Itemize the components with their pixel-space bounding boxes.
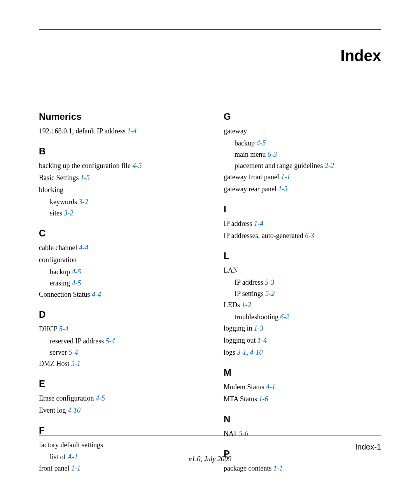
page-ref-link[interactable]: 5-1 — [71, 360, 80, 368]
page-ref-link[interactable]: 1-6 — [259, 395, 268, 403]
section-heading: I — [224, 204, 381, 215]
page-ref-link[interactable]: 5-6 — [239, 430, 248, 438]
page-ref-link[interactable]: 3-2 — [79, 198, 88, 206]
page-ref-link[interactable]: 4-5 — [72, 268, 81, 276]
entry-text: LAN — [224, 266, 238, 274]
page-ref-link[interactable]: 1-1 — [71, 464, 80, 472]
sub-entry-text: troubleshooting — [234, 313, 278, 321]
page-ref-link[interactable]: 1-5 — [80, 174, 90, 182]
page-ref-link[interactable]: 5-3 — [265, 278, 274, 286]
index-entry: configuration — [39, 255, 196, 265]
index-sub-entry: main menu 6-3 — [234, 149, 381, 160]
page-ref-link[interactable]: 4-5 — [256, 139, 266, 147]
index-sub-entry: keywords 3-2 — [50, 197, 196, 207]
page-ref-link[interactable]: 2-2 — [325, 162, 334, 170]
footer-version: v1.0, July 2009 — [0, 455, 420, 463]
index-entry: logging out 1-4 — [224, 335, 381, 346]
index-sub-entry: sites 3-2 — [50, 208, 196, 219]
entry-text: MTA Status — [224, 395, 257, 403]
entry-text: DMZ Host — [39, 360, 70, 368]
index-entry: IP addresses, auto-generated 6-3 — [224, 231, 381, 241]
page-ref-link[interactable]: 1-3 — [278, 185, 287, 193]
sub-entry-text: server — [50, 348, 67, 356]
entry-text: gateway — [224, 127, 247, 135]
page-ref-link[interactable]: 4-5 — [132, 162, 142, 170]
page-ref-link[interactable]: 6-2 — [280, 313, 290, 321]
page-ref-link[interactable]: 1-3 — [254, 324, 263, 332]
entry-text: backing up the configuration file — [39, 162, 131, 170]
entry-text: Basic Settings — [39, 174, 79, 182]
page-ref-link[interactable]: 5-4 — [59, 325, 68, 333]
index-sub-entry: erasing 4-5 — [50, 278, 196, 289]
right-column: Ggatewaybackup 4-5main menu 6-3placement… — [224, 111, 381, 475]
index-entry: factory default settings — [39, 440, 196, 450]
page-ref-link[interactable]: 1-2 — [242, 301, 251, 309]
entry-text: Erase configuration — [39, 394, 94, 402]
index-entry: backing up the configuration file 4-5 — [39, 161, 196, 171]
page-ref-link[interactable]: 1-4 — [257, 336, 267, 344]
page-ref-link[interactable]: 1-1 — [273, 464, 283, 472]
index-entry: cable channel 4-4 — [39, 243, 196, 253]
index-entry: NAT 5-6 — [224, 429, 381, 439]
page-ref-link[interactable]: 1-1 — [281, 173, 290, 181]
entry-text: 192.168.0.1, default IP address — [39, 127, 126, 135]
page-ref-link[interactable]: 3-2 — [64, 209, 74, 217]
index-entry: package contents 1-1 — [224, 463, 381, 474]
page-ref-link[interactable]: 4-5 — [96, 394, 105, 402]
page-ref-link[interactable]: 6-3 — [268, 150, 277, 158]
index-entry: LEDs 1-2 — [224, 300, 381, 310]
page-title: Index — [39, 47, 381, 65]
index-entry: logs 3-1, 4-10 — [224, 347, 381, 358]
index-sub-entry: IP address 5-3 — [234, 277, 381, 288]
index-sub-entry: placement and range guidelines 2-2 — [234, 161, 381, 171]
page-ref-link[interactable]: 5-4 — [106, 337, 115, 345]
entry-text: factory default settings — [39, 441, 103, 449]
page-ref-link[interactable]: 5-4 — [68, 348, 78, 356]
section-heading: F — [39, 425, 196, 436]
page-ref-link[interactable]: 4-10 — [68, 406, 80, 414]
page-ref-link[interactable]: 4-1 — [266, 383, 275, 391]
index-entry: front panel 1-1 — [39, 463, 196, 474]
section-heading: L — [224, 250, 381, 261]
sub-entry-text: main menu — [234, 150, 266, 158]
section-heading: B — [39, 146, 196, 157]
entry-text: front panel — [39, 464, 69, 472]
section-heading: N — [224, 414, 381, 425]
page-ref-link[interactable]: 5-2 — [265, 290, 275, 298]
page-ref-link[interactable]: 3-1 — [237, 348, 247, 356]
bottom-rule — [39, 436, 381, 436]
index-entry: gateway front panel 1-1 — [224, 172, 381, 182]
index-columns: Numerics192.168.0.1, default IP address … — [39, 111, 381, 475]
page-ref-link[interactable]: 1-4 — [127, 127, 136, 135]
sub-entry-text: placement and range guidelines — [234, 162, 323, 170]
entry-text: configuration — [39, 256, 77, 264]
index-entry: LAN — [224, 265, 381, 276]
entry-text: NAT — [224, 430, 237, 438]
page-ref-link[interactable]: 6-3 — [305, 232, 314, 240]
page-ref-link[interactable]: 4-5 — [72, 279, 81, 287]
sub-entry-text: sites — [50, 209, 62, 217]
index-entry: logging in 1-3 — [224, 323, 381, 334]
index-entry: Event log 4-10 — [39, 405, 196, 416]
entry-text: logging out — [224, 336, 256, 344]
index-entry: DHCP 5-4 — [39, 324, 196, 334]
index-entry: DMZ Host 5-1 — [39, 359, 196, 369]
entry-text: Modem Status — [224, 383, 264, 391]
index-sub-entry: IP settings 5-2 — [234, 289, 381, 299]
page-ref-link[interactable]: 1-4 — [254, 220, 263, 228]
sub-entry-text: IP settings — [234, 290, 264, 298]
page-ref-link[interactable]: 4-4 — [79, 244, 88, 252]
index-entry: Erase configuration 4-5 — [39, 393, 196, 404]
sub-entry-text: backup — [50, 268, 70, 276]
entry-text: Connection Status — [39, 290, 90, 298]
entry-text: logs — [224, 348, 235, 356]
section-heading: E — [39, 378, 196, 389]
index-sub-entry: backup 4-5 — [234, 138, 381, 149]
page-ref-link[interactable]: 4-10 — [250, 348, 263, 356]
page-ref-link[interactable]: 4-4 — [92, 290, 101, 298]
entry-text: gateway rear panel — [224, 185, 276, 193]
index-entry: Basic Settings 1-5 — [39, 173, 196, 183]
entry-text: blocking — [39, 186, 63, 194]
page-number: Index-1 — [355, 443, 381, 452]
entry-text: gateway front panel — [224, 173, 279, 181]
